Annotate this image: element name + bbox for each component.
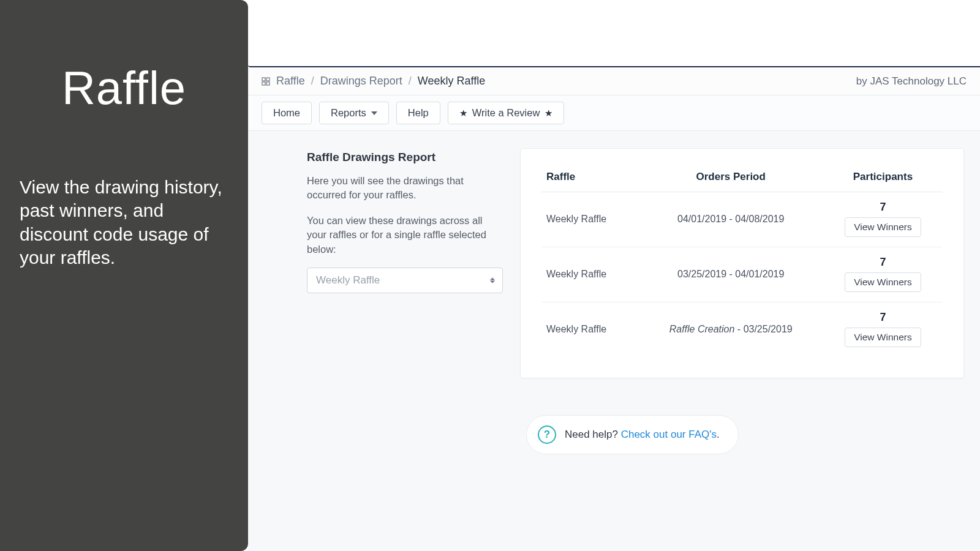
breadcrumb-sep: / <box>311 75 314 88</box>
col-participants: Participants <box>823 165 943 192</box>
col-raffle: Raffle <box>541 165 639 192</box>
cell-period: 03/25/2019 - 04/01/2019 <box>639 247 823 302</box>
home-label: Home <box>273 107 300 119</box>
caret-down-icon <box>371 111 377 115</box>
reports-label: Reports <box>331 107 366 119</box>
table-row: Weekly Raffle 04/01/2019 - 04/08/2019 7 … <box>541 192 943 247</box>
col-period: Orders Period <box>639 165 823 192</box>
cell-participants: 7 View Winners <box>823 302 943 358</box>
table-row: Weekly Raffle Raffle Creation - 03/25/20… <box>541 302 943 358</box>
view-winners-button[interactable]: View Winners <box>845 328 921 347</box>
byline: by JAS Technology LLC <box>856 75 967 88</box>
help-pill: ? Need help? Check out our FAQ's. <box>526 415 739 454</box>
top-spacer <box>248 0 980 67</box>
cell-period: 04/01/2019 - 04/08/2019 <box>639 192 823 247</box>
svg-rect-0 <box>262 78 265 81</box>
sidebar-title: Raffle <box>20 61 228 114</box>
drawings-card: Raffle Orders Period Participants Weekly… <box>520 148 964 378</box>
star-icon: ★ <box>459 108 467 119</box>
breadcrumb-bar: Raffle / Drawings Report / Weekly Raffle… <box>248 67 980 96</box>
select-stepper-icon <box>490 278 495 283</box>
faq-link[interactable]: Check out our FAQ's <box>621 429 717 440</box>
review-label: Write a Review <box>472 107 540 119</box>
svg-rect-3 <box>266 82 270 85</box>
cell-raffle-name: Weekly Raffle <box>541 192 639 247</box>
svg-rect-1 <box>266 78 270 81</box>
nav-bar: Home Reports Help ★ Write a Review ★ <box>248 96 980 131</box>
help-text: Need help? <box>565 429 621 440</box>
question-icon: ? <box>538 425 556 444</box>
participant-count: 7 <box>880 256 886 269</box>
write-review-button[interactable]: ★ Write a Review ★ <box>448 102 565 124</box>
help-button[interactable]: Help <box>396 102 440 124</box>
star-icon: ★ <box>545 108 552 119</box>
panel-text-2: You can view these drawings across all y… <box>307 214 503 257</box>
raffle-select[interactable]: Weekly Raffle <box>307 268 503 293</box>
cell-participants: 7 View Winners <box>823 192 943 247</box>
view-winners-button[interactable]: View Winners <box>845 272 921 292</box>
cell-period: Raffle Creation - 03/25/2019 <box>639 302 823 358</box>
report-config-panel: Raffle Drawings Report Here you will see… <box>307 148 503 293</box>
home-button[interactable]: Home <box>262 102 312 124</box>
svg-rect-2 <box>262 82 265 85</box>
reports-dropdown[interactable]: Reports <box>319 102 389 124</box>
drawings-table: Raffle Orders Period Participants Weekly… <box>541 165 943 357</box>
help-label: Help <box>408 107 429 119</box>
breadcrumb-mid[interactable]: Drawings Report <box>320 75 402 88</box>
breadcrumb-root[interactable]: Raffle <box>276 75 305 88</box>
sidebar-description: View the drawing history, past winners, … <box>20 176 228 270</box>
cell-raffle-name: Weekly Raffle <box>541 302 639 358</box>
sidebar: Raffle View the drawing history, past wi… <box>0 0 248 551</box>
apps-icon <box>262 77 270 86</box>
panel-title: Raffle Drawings Report <box>307 151 503 164</box>
view-winners-button[interactable]: View Winners <box>845 217 921 237</box>
cell-participants: 7 View Winners <box>823 247 943 302</box>
content-area: Raffle Drawings Report Here you will see… <box>248 131 980 551</box>
main-panel: Raffle / Drawings Report / Weekly Raffle… <box>248 0 980 551</box>
cell-raffle-name: Weekly Raffle <box>541 247 639 302</box>
table-row: Weekly Raffle 03/25/2019 - 04/01/2019 7 … <box>541 247 943 302</box>
breadcrumb-current: Weekly Raffle <box>418 75 485 88</box>
help-dot: . <box>717 429 720 440</box>
panel-text-1: Here you will see the drawings that occu… <box>307 174 503 203</box>
breadcrumb: Raffle / Drawings Report / Weekly Raffle <box>262 75 485 88</box>
right-column: Raffle Orders Period Participants Weekly… <box>520 148 964 454</box>
participant-count: 7 <box>880 201 886 214</box>
participant-count: 7 <box>880 311 886 324</box>
breadcrumb-sep: / <box>409 75 412 88</box>
help-text-wrap: Need help? Check out our FAQ's. <box>565 429 720 441</box>
raffle-select-value: Weekly Raffle <box>316 274 380 286</box>
